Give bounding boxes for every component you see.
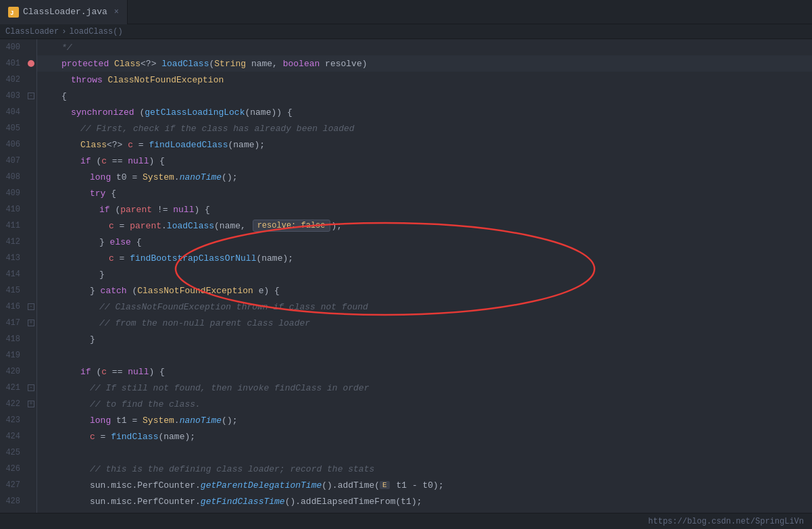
code-token: { <box>131 237 142 247</box>
table-row: 422+// to find the class. <box>0 396 812 412</box>
code-token: null <box>173 205 194 215</box>
table-row: 420if (c == null) { <box>0 363 812 380</box>
code-token: ) { <box>149 156 164 166</box>
code-token: t1 - t0); <box>391 480 444 490</box>
code-token: parent <box>130 221 161 231</box>
code-token: != <box>152 205 173 215</box>
code-token: // First, check if the class has already… <box>80 124 355 134</box>
code-token: (name, <box>214 221 251 231</box>
table-row: 421-// If still not found, then invoke f… <box>0 380 812 396</box>
code-token: // If still not found, then invoke findC… <box>90 383 369 393</box>
code-token: } <box>99 237 110 247</box>
breadcrumb-method: loadClass() <box>69 27 122 36</box>
code-token: getParentDelegationTime <box>201 480 322 490</box>
code-token: loadClass <box>161 59 209 69</box>
table-row: 426// this is the defining class loader;… <box>0 461 812 477</box>
code-token: Class <box>114 59 141 69</box>
table-row: 404synchronized (getClassLoadingLock(nam… <box>0 104 812 120</box>
code-token: System <box>143 172 174 182</box>
code-token: == <box>107 156 128 166</box>
table-row: 407if (c == null) { <box>0 153 812 169</box>
tab-close-button[interactable]: × <box>114 7 119 17</box>
java-file-icon: J <box>8 7 19 18</box>
code-token: try <box>90 188 105 199</box>
code-token: (); <box>222 172 237 182</box>
code-token: . <box>174 415 180 426</box>
code-token: long <box>90 415 111 426</box>
code-token: nanoTime <box>180 172 222 182</box>
code-token: parent <box>120 205 152 215</box>
table-row: 408long t0 = System.nanoTime(); <box>0 169 812 185</box>
status-url: https://blog.csdn.net/SpringLiVn <box>649 517 804 526</box>
code-token: catch <box>101 286 127 296</box>
code-token: protected <box>61 59 114 69</box>
code-token: c <box>128 140 133 150</box>
code-token: ( <box>91 367 102 377</box>
code-token: } <box>90 334 95 345</box>
code-token: name, <box>246 59 283 69</box>
table-row: 423long t1 = System.nanoTime(); <box>0 412 812 428</box>
code-token: } <box>99 270 105 280</box>
code-token: { <box>105 188 116 199</box>
code-token: c <box>109 253 114 263</box>
table-row: 415} catch (ClassNotFoundException e) { <box>0 282 812 299</box>
code-token: t1 = <box>111 415 143 426</box>
code-token: // this is the defining class loader; re… <box>90 464 374 474</box>
code-token: getFindClassTime <box>201 497 285 507</box>
table-row: 402throws ClassNotFoundException <box>0 72 812 88</box>
code-token: ().addElapsedTimeFrom(t1); <box>285 497 422 507</box>
code-token: getClassLoadingLock <box>145 107 245 118</box>
code-token: ().addTime( <box>322 480 380 490</box>
code-token: ClassNotFoundException <box>108 75 224 85</box>
editor-area: 400*/401protected Class<?> loadClass(Str… <box>0 39 812 528</box>
status-bar: https://blog.csdn.net/SpringLiVn <box>0 513 812 529</box>
code-token: ( <box>134 107 145 118</box>
code-token: if <box>80 367 91 377</box>
tab-bar: J ClassLoader.java × <box>0 0 812 24</box>
code-token: c <box>101 156 107 166</box>
code-token: Class <box>80 140 107 150</box>
code-token: (); <box>222 415 237 426</box>
parameter-hint: resolve: false <box>253 220 330 232</box>
breadcrumb: ClassLoader › loadClass() <box>0 24 812 39</box>
code-token: if <box>80 156 91 166</box>
code-token: ) { <box>194 205 209 215</box>
code-token: c <box>101 367 107 377</box>
table-row: 410if (parent != null) { <box>0 201 812 218</box>
code-token: findClass <box>111 432 158 442</box>
code-token: . <box>174 172 180 182</box>
tab-label: ClassLoader.java <box>23 7 107 17</box>
code-token: loadClass <box>167 221 214 231</box>
code-token: sun.misc.PerfCounter. <box>90 497 201 507</box>
code-token: } <box>90 286 101 296</box>
code-token: // from the non-null parent class loader <box>99 318 310 328</box>
code-token: = <box>114 253 130 263</box>
code-token: c <box>109 221 114 231</box>
table-row: 403-{ <box>0 88 812 104</box>
table-row: 419 <box>0 347 812 363</box>
code-token: = <box>114 221 130 231</box>
table-row: 412} else { <box>0 234 812 250</box>
code-token: <?> <box>141 59 161 69</box>
code-token: ( <box>127 286 138 296</box>
table-row: 416-// ClassNotFoundException thrown if … <box>0 299 812 315</box>
table-row: 425 <box>0 445 812 461</box>
file-tab[interactable]: J ClassLoader.java × <box>0 0 128 24</box>
code-token: ClassNotFoundException <box>137 286 253 296</box>
code-lines: 400*/401protected Class<?> loadClass(Str… <box>0 39 812 529</box>
code-token: ( <box>91 156 102 166</box>
exception-hint-badge: E <box>380 481 390 489</box>
table-row: 400*/ <box>0 39 812 55</box>
code-token: (name); <box>228 140 265 150</box>
code-token: ( <box>110 205 121 215</box>
code-token: t0 = <box>111 172 143 182</box>
code-token: null <box>128 156 149 166</box>
code-token: . <box>161 221 167 231</box>
table-row: 428sun.misc.PerfCounter.getFindClassTime… <box>0 493 812 509</box>
code-token: ) { <box>149 367 164 377</box>
code-token: // to find the class. <box>90 399 201 409</box>
code-token: findBootstrapClassOrNull <box>130 253 256 263</box>
code-token: if <box>99 205 110 215</box>
code-token: <?> <box>107 140 128 150</box>
code-token: */ <box>61 43 72 53</box>
